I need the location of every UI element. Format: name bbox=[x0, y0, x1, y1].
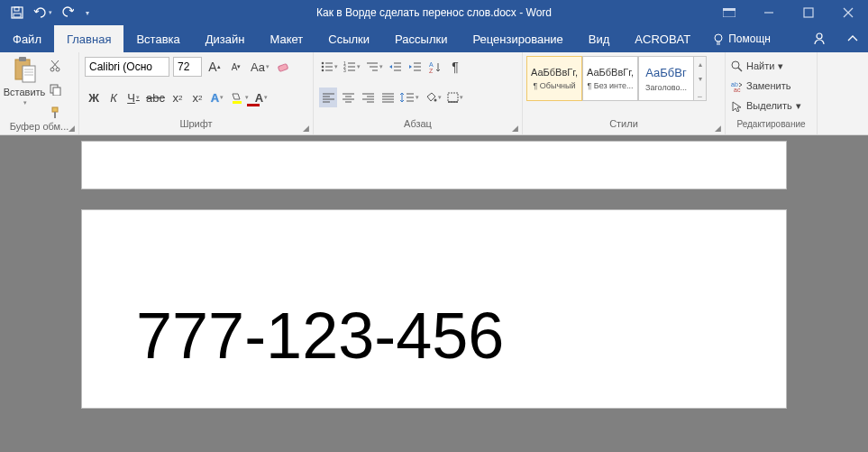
increase-indent-button[interactable] bbox=[407, 57, 425, 77]
bold-button[interactable]: Ж bbox=[85, 88, 103, 107]
clipboard-launcher[interactable]: ◢ bbox=[66, 123, 77, 134]
shrink-font-button[interactable]: A▾ bbox=[227, 57, 245, 77]
align-right-icon bbox=[362, 93, 374, 103]
styles-launcher[interactable]: ◢ bbox=[712, 123, 723, 134]
tab-layout[interactable]: Макет bbox=[257, 25, 315, 52]
share-button[interactable] bbox=[801, 25, 837, 52]
svg-text:Z: Z bbox=[429, 68, 434, 73]
line-spacing-button[interactable]: ▾ bbox=[398, 88, 421, 107]
svg-line-21 bbox=[52, 60, 59, 68]
tab-review[interactable]: Рецензирование bbox=[460, 25, 575, 52]
group-styles: АаБбВвГг, ¶ Обычный АаБбВвГг, ¶ Без инте… bbox=[523, 52, 726, 134]
replace-button[interactable]: abacЗаменить bbox=[727, 76, 794, 96]
title-bar: ▾ ▾ Как в Ворде сделать перенос слов.doc… bbox=[0, 0, 868, 25]
minimize-button[interactable] bbox=[749, 0, 789, 25]
bullets-button[interactable]: ▾ bbox=[319, 57, 340, 77]
multilevel-list-button[interactable]: ▾ bbox=[364, 57, 385, 77]
tell-me[interactable]: Помощн bbox=[703, 25, 780, 52]
font-size-input[interactable] bbox=[173, 57, 202, 77]
tab-references[interactable]: Ссылки bbox=[315, 25, 382, 52]
borders-button[interactable]: ▾ bbox=[445, 88, 465, 107]
italic-button[interactable]: К bbox=[105, 88, 123, 107]
svg-line-75 bbox=[738, 68, 742, 71]
svg-point-74 bbox=[732, 61, 739, 69]
svg-rect-4 bbox=[723, 8, 736, 11]
copy-button[interactable] bbox=[47, 81, 63, 97]
subscript-button[interactable]: x2 bbox=[169, 88, 187, 107]
style-heading1[interactable]: АаБбВг Заголово... bbox=[638, 56, 694, 101]
style-preview: АаБбВвГг, bbox=[531, 67, 578, 78]
tab-design[interactable]: Дизайн bbox=[193, 25, 258, 52]
tab-mailings[interactable]: Рассылки bbox=[382, 25, 460, 52]
ribbon-options-button[interactable] bbox=[709, 0, 749, 25]
multilevel-icon bbox=[366, 61, 379, 72]
justify-button[interactable] bbox=[379, 88, 397, 107]
svg-rect-72 bbox=[448, 93, 458, 102]
tab-view[interactable]: Вид bbox=[576, 25, 623, 52]
style-no-spacing[interactable]: АаБбВвГг, ¶ Без инте... bbox=[582, 56, 638, 101]
svg-rect-28 bbox=[233, 101, 242, 104]
align-center-button[interactable] bbox=[339, 88, 357, 107]
sort-button[interactable]: AZ bbox=[426, 57, 444, 77]
paste-icon bbox=[10, 56, 39, 85]
paragraph-launcher[interactable]: ◢ bbox=[509, 123, 520, 134]
qat-customize-button[interactable]: ▾ bbox=[81, 3, 94, 23]
decrease-indent-button[interactable] bbox=[387, 57, 405, 77]
close-button[interactable] bbox=[828, 0, 868, 25]
svg-point-71 bbox=[434, 99, 437, 102]
font-color-button[interactable]: A▾ bbox=[252, 88, 270, 107]
outdent-icon bbox=[389, 61, 402, 72]
tab-acrobat[interactable]: ACROBAT bbox=[622, 25, 703, 52]
tab-home[interactable]: Главная bbox=[54, 25, 123, 52]
group-clipboard: Вставить ▾ Буфер обм... ◢ bbox=[0, 52, 79, 134]
styles-gallery-more[interactable]: ▴ ▾ ⎯ bbox=[694, 56, 707, 101]
group-paragraph: ▾ 123▾ ▾ AZ ¶ ▾ ▾ ▾ Абзац ◢ bbox=[314, 52, 523, 134]
find-label: Найти bbox=[746, 60, 774, 71]
share-icon bbox=[812, 32, 827, 46]
superscript-button[interactable]: x2 bbox=[188, 88, 206, 107]
clear-formatting-button[interactable] bbox=[275, 57, 293, 77]
font-launcher[interactable]: ◢ bbox=[300, 123, 311, 134]
strike-button[interactable]: abc bbox=[144, 88, 167, 107]
maximize-button[interactable] bbox=[789, 0, 828, 25]
align-right-button[interactable] bbox=[359, 88, 377, 107]
bucket-icon bbox=[425, 92, 437, 103]
svg-text:A: A bbox=[429, 61, 434, 68]
scissors-icon bbox=[49, 60, 61, 72]
numbering-button[interactable]: 123▾ bbox=[342, 57, 362, 77]
svg-rect-1 bbox=[14, 14, 21, 17]
save-button[interactable] bbox=[5, 3, 29, 23]
align-left-button[interactable] bbox=[319, 88, 337, 107]
brush-icon bbox=[49, 106, 61, 119]
style-normal[interactable]: АаБбВвГг, ¶ Обычный bbox=[526, 56, 582, 101]
previous-page-bottom bbox=[81, 141, 787, 189]
lightbulb-icon bbox=[712, 32, 725, 45]
show-marks-button[interactable]: ¶ bbox=[446, 57, 464, 77]
change-case-button[interactable]: Aa▾ bbox=[249, 57, 271, 77]
svg-text:ac: ac bbox=[734, 87, 741, 92]
text-effects-button[interactable]: A▾ bbox=[208, 88, 226, 107]
collapse-ribbon-button[interactable] bbox=[837, 25, 868, 52]
redo-button[interactable] bbox=[56, 3, 79, 23]
select-button[interactable]: Выделить▾ bbox=[727, 96, 805, 115]
font-name-input[interactable] bbox=[85, 57, 169, 77]
style-name: ¶ Обычный bbox=[533, 81, 575, 90]
paste-button[interactable]: Вставить ▾ bbox=[5, 56, 43, 106]
align-left-icon bbox=[323, 93, 334, 103]
underline-button[interactable]: Ч▾ bbox=[124, 88, 142, 107]
grow-font-button[interactable]: A▴ bbox=[206, 57, 224, 77]
replace-label: Заменить bbox=[746, 80, 790, 91]
document-text[interactable]: 777-123-456 bbox=[136, 300, 732, 372]
undo-button[interactable]: ▾ bbox=[31, 3, 54, 23]
tab-file[interactable]: Файл bbox=[0, 25, 54, 52]
tab-insert[interactable]: Вставка bbox=[123, 25, 192, 52]
tell-me-label: Помощн bbox=[728, 32, 771, 45]
cut-button[interactable] bbox=[47, 58, 63, 74]
font-group-label: Шрифт bbox=[79, 118, 313, 134]
svg-point-12 bbox=[817, 33, 822, 39]
document-page[interactable]: 777-123-456 bbox=[81, 209, 787, 409]
svg-point-20 bbox=[56, 68, 59, 71]
find-button[interactable]: Найти▾ bbox=[727, 56, 787, 76]
shading-button[interactable]: ▾ bbox=[423, 88, 443, 107]
format-painter-button[interactable] bbox=[47, 105, 63, 121]
